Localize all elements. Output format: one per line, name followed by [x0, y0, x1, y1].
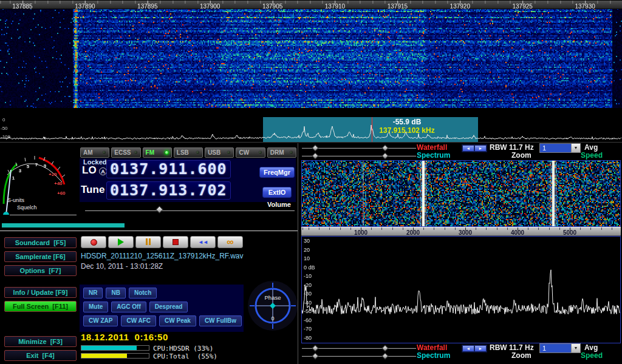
s-units-label: S-units — [7, 197, 24, 203]
soundcard-button[interactable]: Soundcard [F5] — [4, 237, 77, 248]
top-slider-thumb-1[interactable] — [312, 144, 318, 151]
freqmgr-button[interactable]: FreqMgr — [259, 167, 295, 178]
nr-button[interactable]: NR — [83, 288, 103, 298]
top-slider-track-1[interactable] — [302, 147, 416, 149]
scale-label: 1000 — [354, 229, 367, 236]
bottom-slider-thumb-3[interactable] — [312, 352, 318, 359]
freq-tick-label: 137900 — [200, 3, 220, 10]
agc-off-button[interactable]: AGC Off — [111, 302, 146, 312]
db-scale-label: 0 dB — [304, 265, 315, 271]
cw-zap-button[interactable]: CW ZAP — [83, 315, 118, 326]
options-button[interactable]: Options [F7] — [4, 265, 77, 276]
pause-button[interactable] — [135, 236, 161, 248]
mute-button[interactable]: Mute — [83, 302, 108, 312]
volume-slider[interactable] — [85, 209, 295, 211]
bottom-scroll-right-icon[interactable]: ► — [475, 346, 486, 351]
top-avg-select[interactable]: 1▼ — [539, 143, 581, 153]
bottom-slider-track-1[interactable] — [302, 347, 416, 349]
db-scale-label: -20 — [304, 282, 312, 288]
phase-dial: Phase 0 — [247, 280, 298, 331]
tune-frequency-display[interactable]: 0137.913.702 — [106, 181, 231, 200]
squelch-label: Squelch — [17, 204, 37, 211]
mode-cw-button[interactable]: CW — [236, 147, 265, 158]
mode-lsb-button[interactable]: LSB — [174, 147, 203, 158]
bottom-slider-thumb-1[interactable] — [312, 345, 318, 351]
stop-button[interactable] — [163, 236, 188, 248]
db-scale-label: 10 — [304, 255, 310, 261]
mode-led-icon — [134, 150, 138, 155]
rewind-button[interactable]: ◄◄ — [190, 236, 216, 248]
bottom-slider-thumb-4[interactable] — [381, 352, 388, 359]
bottom-scroll-control[interactable]: ◄► — [462, 345, 487, 352]
mode-label: CW — [239, 149, 249, 156]
extio-button[interactable]: ExtIO — [262, 187, 292, 198]
scale-label: 5000 — [563, 229, 576, 236]
exit-button[interactable]: Exit [F4] — [4, 350, 77, 361]
record-button[interactable] — [81, 236, 106, 248]
hdsdr-app: 1378851378901378951379001379051379101379… — [0, 0, 622, 364]
top-avg-select-value[interactable]: 1 — [540, 144, 571, 152]
bottom-dropdown-icon[interactable]: ▼ — [571, 344, 580, 352]
loop-button[interactable]: ∞ — [217, 236, 243, 248]
bottom-spectrum-label: Spectrum — [417, 351, 450, 360]
mode-label: ECSS — [114, 149, 131, 156]
top-scroll-left-icon[interactable]: ◄ — [463, 146, 474, 151]
top-slider-thumb-3[interactable] — [312, 152, 318, 159]
full-screen-button[interactable]: Full Screen [F11] — [4, 301, 77, 312]
mode-led-icon — [227, 150, 231, 155]
play-button[interactable] — [108, 236, 134, 248]
cpu-hdsdr-bar — [81, 345, 149, 351]
mode-am-button[interactable]: AM — [80, 147, 109, 158]
freq-tick-label: 137920 — [450, 3, 470, 10]
frequency-ruler[interactable]: 1378851378901378951379001379051379101379… — [0, 0, 622, 9]
mode-drm-button[interactable]: DRM — [267, 147, 296, 158]
bottom-waterfall-label: Waterfall — [417, 343, 447, 352]
top-speed-label: Speed — [581, 151, 603, 160]
bottom-scroll-left-icon[interactable]: ◄ — [463, 346, 474, 351]
audio-frequency-scale[interactable]: 10002000300040005000 — [301, 227, 621, 236]
top-slider-thumb-4[interactable] — [381, 152, 388, 159]
volume-slider-thumb[interactable] — [156, 206, 163, 214]
main-waterfall-display[interactable] — [0, 0, 622, 108]
bottom-avg-select[interactable]: 1▼ — [539, 343, 581, 353]
cw-afc-button[interactable]: CW AFC — [121, 315, 156, 326]
mode-fm-button[interactable]: FM — [143, 147, 172, 158]
mode-ecss-button[interactable]: ECSS — [111, 147, 140, 158]
bottom-slider-thumb-2[interactable] — [381, 345, 388, 351]
cpu-total-bar — [81, 353, 149, 359]
audio-waterfall-display[interactable] — [302, 161, 620, 226]
smeter-scale-number: 1 — [12, 175, 15, 181]
mode-selector: AMECSSFMLSBUSBCWDRM — [80, 147, 296, 158]
info-update-button[interactable]: Info / Update [F9] — [4, 287, 77, 298]
notch-button[interactable]: Notch — [129, 288, 157, 298]
scale-label: 2000 — [406, 229, 420, 236]
mode-usb-button[interactable]: USB — [205, 147, 234, 158]
audio-spectrum-display[interactable] — [302, 237, 620, 343]
top-zoom-label: Zoom — [511, 151, 531, 160]
bottom-avg-select-value[interactable]: 1 — [540, 344, 571, 352]
lo-label: LO — [82, 164, 97, 177]
cw-peak-button[interactable]: CW Peak — [159, 315, 196, 326]
mode-led-icon — [289, 150, 293, 155]
mode-label: USB — [208, 149, 220, 156]
cw-fullbw-button[interactable]: CW FullBw — [199, 315, 242, 326]
lo-frequency-display[interactable]: 0137.911.600 — [106, 160, 231, 178]
minimize-button[interactable]: Minimize [F3] — [4, 336, 77, 347]
top-slider-track-2[interactable] — [302, 155, 416, 157]
squelch-slider[interactable] — [10, 214, 77, 215]
top-scroll-control[interactable]: ◄► — [462, 144, 487, 152]
db-scale-label: -70 — [304, 326, 312, 332]
nb-button[interactable]: NB — [106, 288, 125, 298]
top-slider-thumb-2[interactable] — [381, 144, 388, 151]
squelch-thumb[interactable] — [3, 212, 9, 215]
db-scale-label: -10 — [304, 273, 312, 279]
top-scroll-right-icon[interactable]: ► — [475, 146, 486, 151]
strip-db-label: 0 — [2, 117, 5, 123]
despread-button[interactable]: Despread — [149, 302, 188, 312]
top-dropdown-icon[interactable]: ▼ — [571, 144, 580, 152]
samplerate-button[interactable]: Samplerate [F6] — [4, 251, 77, 262]
freq-tick-label: 137925 — [513, 3, 533, 10]
bottom-slider-track-2[interactable] — [302, 355, 416, 357]
smeter-scale-number-plus: +20 — [49, 172, 57, 177]
overview-spectrum-display[interactable] — [0, 117, 622, 143]
